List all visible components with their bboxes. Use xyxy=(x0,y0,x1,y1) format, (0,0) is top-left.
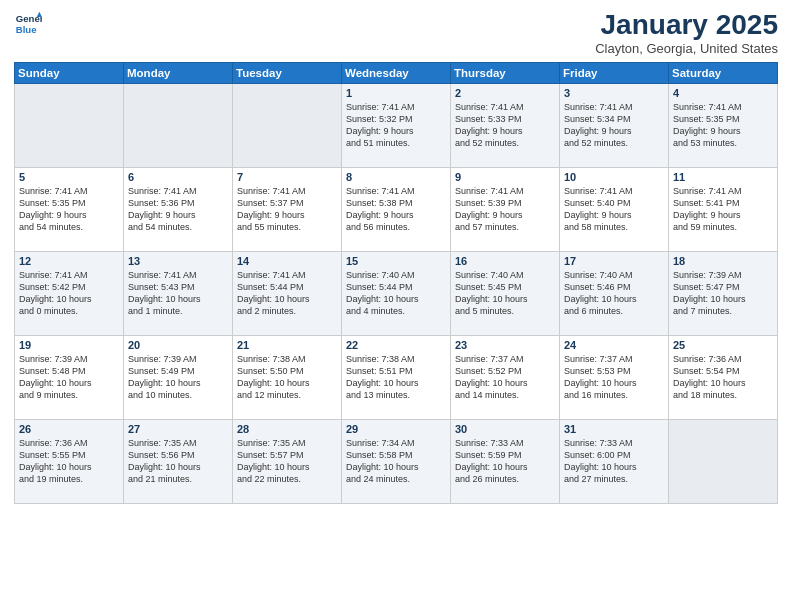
day-number: 13 xyxy=(128,255,228,267)
calendar-cell: 26Sunrise: 7:36 AM Sunset: 5:55 PM Dayli… xyxy=(15,419,124,503)
cell-text: Sunrise: 7:36 AM Sunset: 5:55 PM Dayligh… xyxy=(19,437,119,486)
cell-text: Sunrise: 7:41 AM Sunset: 5:39 PM Dayligh… xyxy=(455,185,555,234)
cell-text: Sunrise: 7:41 AM Sunset: 5:37 PM Dayligh… xyxy=(237,185,337,234)
calendar-cell: 6Sunrise: 7:41 AM Sunset: 5:36 PM Daylig… xyxy=(124,167,233,251)
cell-text: Sunrise: 7:39 AM Sunset: 5:49 PM Dayligh… xyxy=(128,353,228,402)
calendar-cell: 13Sunrise: 7:41 AM Sunset: 5:43 PM Dayli… xyxy=(124,251,233,335)
calendar-week-row: 12Sunrise: 7:41 AM Sunset: 5:42 PM Dayli… xyxy=(15,251,778,335)
day-number: 3 xyxy=(564,87,664,99)
day-number: 20 xyxy=(128,339,228,351)
cell-text: Sunrise: 7:36 AM Sunset: 5:54 PM Dayligh… xyxy=(673,353,773,402)
calendar-cell: 16Sunrise: 7:40 AM Sunset: 5:45 PM Dayli… xyxy=(451,251,560,335)
cell-text: Sunrise: 7:37 AM Sunset: 5:53 PM Dayligh… xyxy=(564,353,664,402)
cell-text: Sunrise: 7:41 AM Sunset: 5:35 PM Dayligh… xyxy=(19,185,119,234)
weekday-header-row: SundayMondayTuesdayWednesdayThursdayFrid… xyxy=(15,62,778,83)
cell-text: Sunrise: 7:41 AM Sunset: 5:44 PM Dayligh… xyxy=(237,269,337,318)
calendar-week-row: 19Sunrise: 7:39 AM Sunset: 5:48 PM Dayli… xyxy=(15,335,778,419)
day-number: 17 xyxy=(564,255,664,267)
cell-text: Sunrise: 7:41 AM Sunset: 5:33 PM Dayligh… xyxy=(455,101,555,150)
calendar-cell: 11Sunrise: 7:41 AM Sunset: 5:41 PM Dayli… xyxy=(669,167,778,251)
weekday-header-friday: Friday xyxy=(560,62,669,83)
day-number: 26 xyxy=(19,423,119,435)
cell-text: Sunrise: 7:35 AM Sunset: 5:57 PM Dayligh… xyxy=(237,437,337,486)
calendar-cell: 7Sunrise: 7:41 AM Sunset: 5:37 PM Daylig… xyxy=(233,167,342,251)
calendar-cell: 3Sunrise: 7:41 AM Sunset: 5:34 PM Daylig… xyxy=(560,83,669,167)
calendar-cell: 29Sunrise: 7:34 AM Sunset: 5:58 PM Dayli… xyxy=(342,419,451,503)
cell-text: Sunrise: 7:37 AM Sunset: 5:52 PM Dayligh… xyxy=(455,353,555,402)
cell-text: Sunrise: 7:41 AM Sunset: 5:34 PM Dayligh… xyxy=(564,101,664,150)
svg-text:Blue: Blue xyxy=(16,24,37,35)
calendar-cell: 17Sunrise: 7:40 AM Sunset: 5:46 PM Dayli… xyxy=(560,251,669,335)
calendar-week-row: 26Sunrise: 7:36 AM Sunset: 5:55 PM Dayli… xyxy=(15,419,778,503)
cell-text: Sunrise: 7:41 AM Sunset: 5:41 PM Dayligh… xyxy=(673,185,773,234)
cell-text: Sunrise: 7:40 AM Sunset: 5:45 PM Dayligh… xyxy=(455,269,555,318)
day-number: 29 xyxy=(346,423,446,435)
cell-text: Sunrise: 7:33 AM Sunset: 6:00 PM Dayligh… xyxy=(564,437,664,486)
calendar-cell: 23Sunrise: 7:37 AM Sunset: 5:52 PM Dayli… xyxy=(451,335,560,419)
cell-text: Sunrise: 7:38 AM Sunset: 5:50 PM Dayligh… xyxy=(237,353,337,402)
day-number: 7 xyxy=(237,171,337,183)
day-number: 15 xyxy=(346,255,446,267)
calendar-table: SundayMondayTuesdayWednesdayThursdayFrid… xyxy=(14,62,778,504)
calendar-cell: 18Sunrise: 7:39 AM Sunset: 5:47 PM Dayli… xyxy=(669,251,778,335)
calendar-cell: 12Sunrise: 7:41 AM Sunset: 5:42 PM Dayli… xyxy=(15,251,124,335)
day-number: 22 xyxy=(346,339,446,351)
cell-text: Sunrise: 7:41 AM Sunset: 5:32 PM Dayligh… xyxy=(346,101,446,150)
cell-text: Sunrise: 7:39 AM Sunset: 5:47 PM Dayligh… xyxy=(673,269,773,318)
day-number: 10 xyxy=(564,171,664,183)
calendar-cell: 5Sunrise: 7:41 AM Sunset: 5:35 PM Daylig… xyxy=(15,167,124,251)
calendar-cell: 1Sunrise: 7:41 AM Sunset: 5:32 PM Daylig… xyxy=(342,83,451,167)
day-number: 2 xyxy=(455,87,555,99)
location-subtitle: Clayton, Georgia, United States xyxy=(595,41,778,56)
cell-text: Sunrise: 7:34 AM Sunset: 5:58 PM Dayligh… xyxy=(346,437,446,486)
cell-text: Sunrise: 7:41 AM Sunset: 5:35 PM Dayligh… xyxy=(673,101,773,150)
day-number: 5 xyxy=(19,171,119,183)
weekday-header-saturday: Saturday xyxy=(669,62,778,83)
day-number: 25 xyxy=(673,339,773,351)
cell-text: Sunrise: 7:35 AM Sunset: 5:56 PM Dayligh… xyxy=(128,437,228,486)
day-number: 27 xyxy=(128,423,228,435)
calendar-cell xyxy=(233,83,342,167)
day-number: 28 xyxy=(237,423,337,435)
day-number: 16 xyxy=(455,255,555,267)
calendar-week-row: 1Sunrise: 7:41 AM Sunset: 5:32 PM Daylig… xyxy=(15,83,778,167)
weekday-header-sunday: Sunday xyxy=(15,62,124,83)
calendar-cell: 25Sunrise: 7:36 AM Sunset: 5:54 PM Dayli… xyxy=(669,335,778,419)
title-block: January 2025 Clayton, Georgia, United St… xyxy=(595,10,778,56)
cell-text: Sunrise: 7:40 AM Sunset: 5:44 PM Dayligh… xyxy=(346,269,446,318)
calendar-cell: 21Sunrise: 7:38 AM Sunset: 5:50 PM Dayli… xyxy=(233,335,342,419)
cell-text: Sunrise: 7:41 AM Sunset: 5:38 PM Dayligh… xyxy=(346,185,446,234)
logo-icon: General Blue xyxy=(14,10,42,38)
day-number: 1 xyxy=(346,87,446,99)
calendar-cell: 20Sunrise: 7:39 AM Sunset: 5:49 PM Dayli… xyxy=(124,335,233,419)
logo: General Blue xyxy=(14,10,42,38)
day-number: 21 xyxy=(237,339,337,351)
calendar-cell: 27Sunrise: 7:35 AM Sunset: 5:56 PM Dayli… xyxy=(124,419,233,503)
calendar-cell: 9Sunrise: 7:41 AM Sunset: 5:39 PM Daylig… xyxy=(451,167,560,251)
day-number: 30 xyxy=(455,423,555,435)
day-number: 31 xyxy=(564,423,664,435)
day-number: 24 xyxy=(564,339,664,351)
page: General Blue January 2025 Clayton, Georg… xyxy=(0,0,792,612)
weekday-header-monday: Monday xyxy=(124,62,233,83)
weekday-header-tuesday: Tuesday xyxy=(233,62,342,83)
calendar-cell xyxy=(669,419,778,503)
calendar-cell: 24Sunrise: 7:37 AM Sunset: 5:53 PM Dayli… xyxy=(560,335,669,419)
cell-text: Sunrise: 7:40 AM Sunset: 5:46 PM Dayligh… xyxy=(564,269,664,318)
calendar-week-row: 5Sunrise: 7:41 AM Sunset: 5:35 PM Daylig… xyxy=(15,167,778,251)
cell-text: Sunrise: 7:38 AM Sunset: 5:51 PM Dayligh… xyxy=(346,353,446,402)
cell-text: Sunrise: 7:41 AM Sunset: 5:40 PM Dayligh… xyxy=(564,185,664,234)
day-number: 23 xyxy=(455,339,555,351)
cell-text: Sunrise: 7:41 AM Sunset: 5:36 PM Dayligh… xyxy=(128,185,228,234)
calendar-cell: 4Sunrise: 7:41 AM Sunset: 5:35 PM Daylig… xyxy=(669,83,778,167)
cell-text: Sunrise: 7:33 AM Sunset: 5:59 PM Dayligh… xyxy=(455,437,555,486)
day-number: 6 xyxy=(128,171,228,183)
cell-text: Sunrise: 7:41 AM Sunset: 5:42 PM Dayligh… xyxy=(19,269,119,318)
calendar-cell: 8Sunrise: 7:41 AM Sunset: 5:38 PM Daylig… xyxy=(342,167,451,251)
calendar-cell xyxy=(15,83,124,167)
calendar-cell: 15Sunrise: 7:40 AM Sunset: 5:44 PM Dayli… xyxy=(342,251,451,335)
calendar-cell: 22Sunrise: 7:38 AM Sunset: 5:51 PM Dayli… xyxy=(342,335,451,419)
day-number: 11 xyxy=(673,171,773,183)
calendar-cell xyxy=(124,83,233,167)
weekday-header-thursday: Thursday xyxy=(451,62,560,83)
